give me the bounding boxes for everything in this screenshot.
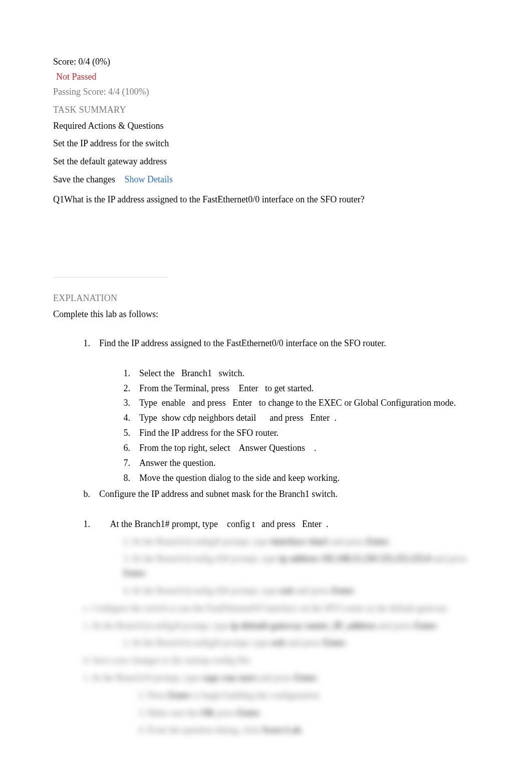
action-item: Set the IP address for the switch [53,137,482,151]
text-segment: Find the IP address for the SFO router. [139,428,279,438]
blurred-tail: . [354,586,356,596]
text-segment: and press [190,398,228,408]
substep-marker: 6. [123,441,130,455]
text-segment: to change to the EXEC or Global Configur… [256,398,456,408]
text-segment: Type [139,413,159,423]
save-changes-row: Save the changes Show Details [53,173,482,187]
blurred-tail: . [317,673,319,683]
blurred-bold: copy run start [202,673,256,683]
blurred-line: 1. At the Branch1# prompt, type copy run… [83,671,482,685]
text-segment: Enter [302,519,322,529]
blurred-marker: 4. [138,725,147,735]
action-item: Set the default gateway address [53,155,482,169]
step-marker: b. [83,487,90,501]
text-segment: At the Branch1# prompt, type [110,519,220,529]
blurred-tail: and press [431,554,467,564]
text-segment: show cdp neighbors detail [162,413,256,423]
blurred-body: Press [147,690,169,700]
blurred-marker: d. [83,655,92,665]
substep-text: Move the question dialog to the side and… [139,471,482,485]
blurred-body: From the question dialog, click [147,725,262,735]
substep-marker: 5. [123,426,130,440]
substep-marker: 3. [123,396,130,410]
blurred-body: Make sure the [147,708,200,718]
blurred-bold: Enter [123,568,145,578]
blurred-marker: 2. [123,638,132,648]
step-marker: 1. [83,337,90,351]
substep: 2. From the Terminal, press Enter to get… [123,382,482,396]
question-row: Q1What is the IP address assigned to the… [53,193,482,207]
blurred-bold: ip address 192.168.11.250 255.255.255.0 [280,554,431,564]
blurred-tail: and press [376,621,414,631]
substep-marker: 1. [123,367,130,381]
passing-score: Passing Score: 4/4 (100%) [53,85,482,99]
blurred-bold: Enter [332,586,354,596]
substep-marker: 4. [123,411,130,425]
blurred-tail: to begin building the configuration. [191,690,321,700]
text-segment: Type [139,398,159,408]
question-text: What is the IP address assigned to the F… [64,194,365,204]
blurred-marker: 4. [123,586,132,596]
blurred-line: 4. From the question dialog, click Score… [138,723,482,737]
substep-marker: 2. [123,382,130,396]
blurred-tail: . [301,725,304,735]
substep: 5. Find the IP address for the SFO route… [123,426,482,440]
blurred-line: d. Save your changes to the startup-conf… [83,653,482,668]
blurred-bold: interface vlan1 [271,537,328,547]
text-segment: Branch1 [181,368,212,378]
question-prefix: Q1 [53,194,64,204]
blurred-bold: Enter [237,708,259,718]
blurred-bold: Enter [367,537,389,547]
text-segment: Enter [232,398,252,408]
text-segment: Answer Questions [238,443,305,453]
substep: 7. Answer the question. [123,456,482,470]
text-segment: config t [227,519,255,529]
substep-text: From the top right, select Answer Questi… [139,441,482,455]
step-1: 1. Find the IP address assigned to the F… [83,337,482,351]
blurred-tail: . [145,568,148,578]
show-details-link[interactable]: Show Details [124,174,173,184]
save-changes-label: Save the changes [53,174,115,184]
blurred-bold: Enter [169,690,191,700]
substep: 1. Select the Branch1 switch. [123,367,482,381]
blurred-tail: and press [285,638,323,648]
blurred-bold: ip default-gateway router_IP_address [231,621,376,631]
substep: 3. Type enable and press Enter to change… [123,396,482,410]
blurred-marker: 1. [83,621,92,631]
blurred-body: At the Branch1(config-if)# prompt, type [132,586,280,596]
blurred-line: c. Configure the switch to use the FastE… [83,601,482,616]
substep-text: Answer the question. [139,456,482,470]
blurred-line: 4. At the Branch1(config-if)# prompt, ty… [123,584,482,598]
substep-marker: 8. [123,471,130,485]
blurred-marker: 2. [123,537,132,547]
blurred-bold: Enter [415,621,437,631]
required-actions-heading: Required Actions & Questions [53,119,482,133]
blurred-tail: and press [328,537,366,547]
blurred-body: At the Branch1(config)# prompt, type [132,638,271,648]
text-segment: enable [162,398,185,408]
text-segment: From the Terminal, press [139,383,232,393]
step-b: b. Configure the IP address and subnet m… [83,487,482,501]
text-segment: to get started. [262,383,314,393]
blurred-body: Configure the switch to use the FastEthe… [92,603,449,613]
substep-marker: 7. [123,456,130,470]
substep-text: Select the Branch1 switch. [139,367,482,381]
text-segment: switch. [216,368,244,378]
text-segment: Answer the question. [139,458,215,468]
blurred-line: 3. At the Branch1(config-if)# prompt, ty… [123,552,482,581]
blurred-tail: and press [294,586,332,596]
blurred-line: 2. Press Enter to begin building the con… [138,688,482,703]
substep-text: From the Terminal, press Enter to get st… [139,382,482,396]
blurred-body: At the Branch1(config-if)# prompt, type [132,554,280,564]
blurred-body: At the Branch1(config)# prompt, type [92,621,231,631]
text-segment: From the top right, select [139,443,232,453]
blurred-marker: 3. [138,708,147,718]
blurred-marker: 2. [138,690,147,700]
blurred-bold: Score Lab [262,725,301,735]
substep: 6. From the top right, select Answer Que… [123,441,482,455]
explanation-heading: EXPLANATION [53,292,482,306]
blurred-marker: 1. [83,673,92,683]
blurred-tail: and press [256,673,295,683]
blurred-tail: . [345,638,348,648]
blurred-bold: Enter [295,673,317,683]
